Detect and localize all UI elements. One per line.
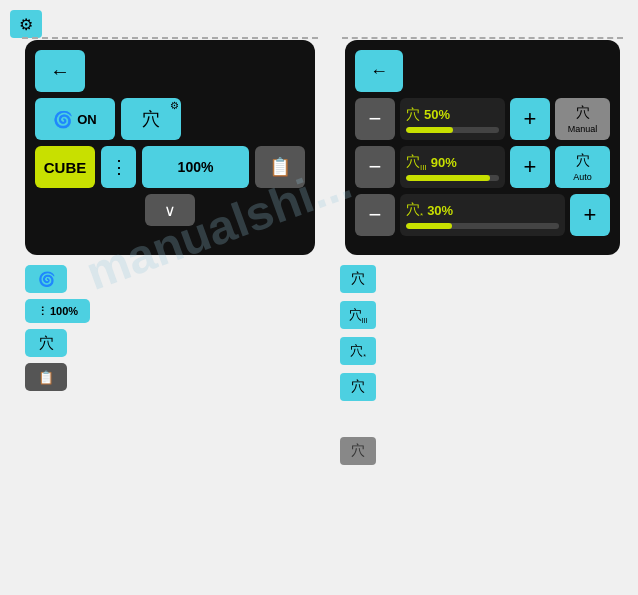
icon-spacer xyxy=(340,409,376,429)
lp-row-4: ∨ xyxy=(35,194,305,226)
right-icon-vent-1[interactable]: 穴 xyxy=(340,265,376,293)
slider-2: 穴III 90% xyxy=(400,146,505,188)
rp-row-3: − 穴* 30% + xyxy=(355,194,610,236)
slider-fill-3 xyxy=(406,223,452,229)
plus-icon-1: + xyxy=(524,106,537,132)
right-vent-sym-2: 穴III xyxy=(349,306,368,324)
right-device-panel: ← − 穴 50% + 穴 Manual − 穴 xyxy=(345,40,620,255)
minus-button-1[interactable]: − xyxy=(355,98,395,140)
percent-value: 100% xyxy=(178,159,214,175)
rp-row-1: − 穴 50% + 穴 Manual xyxy=(355,98,610,140)
plus-button-3[interactable]: + xyxy=(570,194,610,236)
clipboard-button[interactable]: 📋 xyxy=(255,146,305,188)
bottom-dots-icon: ⋮ xyxy=(37,305,48,318)
bottom-fan-icon: 🌀 xyxy=(38,271,55,287)
gear-icon: ⚙ xyxy=(19,15,33,34)
plus-button-2[interactable]: + xyxy=(510,146,550,188)
back-arrow-icon: ← xyxy=(50,60,70,83)
vent-symbol-auto: 穴 xyxy=(576,152,590,170)
lp-row-2: 🌀 ON 穴 ⚙ xyxy=(35,98,305,140)
gear-overlay-icon: ⚙ xyxy=(170,100,179,111)
cube-text: CUBE xyxy=(44,159,87,176)
plus-icon-2: + xyxy=(524,154,537,180)
right-icon-vent-3[interactable]: 穴* xyxy=(340,337,376,365)
right-vent-sym-5: 穴 xyxy=(351,442,365,460)
vent-settings-button[interactable]: 穴 ⚙ xyxy=(121,98,181,140)
manual-mode-button[interactable]: 穴 Manual xyxy=(555,98,610,140)
fan-on-button[interactable]: 🌀 ON xyxy=(35,98,115,140)
dots-button[interactable]: ⋮ xyxy=(101,146,136,188)
bottom-left-icons: 🌀 ⋮ 100% 穴 📋 xyxy=(25,265,90,391)
vent-symbol-manual: 穴 xyxy=(576,104,590,122)
vent-symbol-row2: 穴III xyxy=(406,153,427,172)
slider-3: 穴* 30% xyxy=(400,194,565,236)
fan-on-label: ON xyxy=(77,112,97,127)
plus-icon-3: + xyxy=(584,202,597,228)
slider-bar-1 xyxy=(406,127,499,133)
pct-value-2: 90% xyxy=(431,155,457,170)
left-device-panel: ← 🌀 ON 穴 ⚙ CUBE ⋮ 100% 📋 ∨ xyxy=(25,40,315,255)
rp-row-0: ← xyxy=(355,50,610,92)
slider-fill-1 xyxy=(406,127,453,133)
slider-bar-3 xyxy=(406,223,559,229)
slider-bar-2 xyxy=(406,175,499,181)
plus-button-1[interactable]: + xyxy=(510,98,550,140)
right-vent-sym-3: 穴* xyxy=(350,342,366,360)
cube-label[interactable]: CUBE xyxy=(35,146,95,188)
rp-row-2: − 穴III 90% + 穴 Auto xyxy=(355,146,610,188)
minus-button-2[interactable]: − xyxy=(355,146,395,188)
bottom-clipboard-box[interactable]: 📋 xyxy=(25,363,67,391)
vent-symbol-icon: 穴 xyxy=(142,107,160,131)
vent-symbol-row1: 穴 xyxy=(406,106,420,124)
dots-icon: ⋮ xyxy=(110,156,128,178)
percent-label: 100% xyxy=(142,146,249,188)
bottom-clipboard-icon: 📋 xyxy=(38,370,54,385)
bottom-fan-icon-box[interactable]: 🌀 xyxy=(25,265,67,293)
clipboard-icon: 📋 xyxy=(269,156,291,178)
auto-label: Auto xyxy=(573,172,592,182)
bottom-pct-label: 100% xyxy=(50,305,78,317)
down-nav-button[interactable]: ∨ xyxy=(145,194,195,226)
minus-icon-2: − xyxy=(369,154,382,180)
minus-icon-3: − xyxy=(369,202,382,228)
right-back-button[interactable]: ← xyxy=(355,50,403,92)
slider-fill-2 xyxy=(406,175,490,181)
pct-value-1: 50% xyxy=(424,107,450,122)
bottom-vent-icon-box[interactable]: 穴 xyxy=(25,329,67,357)
right-icon-vent-5[interactable]: 穴 xyxy=(340,437,376,465)
right-icon-vent-2[interactable]: 穴III xyxy=(340,301,376,329)
right-icon-vent-4[interactable]: 穴 xyxy=(340,373,376,401)
minus-icon-1: − xyxy=(369,106,382,132)
settings-button[interactable]: ⚙ xyxy=(10,10,42,38)
vent-symbol-row3: 穴* xyxy=(406,201,423,220)
fan-icon: 🌀 xyxy=(53,110,73,129)
slider-1: 穴 50% xyxy=(400,98,505,140)
right-icons-column: 穴 穴III 穴* 穴 穴 xyxy=(340,265,376,465)
right-back-arrow-icon: ← xyxy=(370,61,388,82)
lp-row-1: ← xyxy=(35,50,305,92)
manual-label: Manual xyxy=(568,124,598,134)
pct-value-3: 30% xyxy=(427,203,453,218)
bottom-pct-box[interactable]: ⋮ 100% xyxy=(25,299,90,323)
left-back-button[interactable]: ← xyxy=(35,50,85,92)
down-arrow-icon: ∨ xyxy=(164,201,176,220)
minus-button-3[interactable]: − xyxy=(355,194,395,236)
auto-mode-button[interactable]: 穴 Auto xyxy=(555,146,610,188)
right-vent-sym-4: 穴 xyxy=(351,378,365,396)
settings-icon-area[interactable]: ⚙ xyxy=(10,10,42,38)
bottom-vent-icon: 穴 xyxy=(39,334,54,353)
right-vent-sym-1: 穴 xyxy=(351,270,365,288)
lp-row-3: CUBE ⋮ 100% 📋 xyxy=(35,146,305,188)
